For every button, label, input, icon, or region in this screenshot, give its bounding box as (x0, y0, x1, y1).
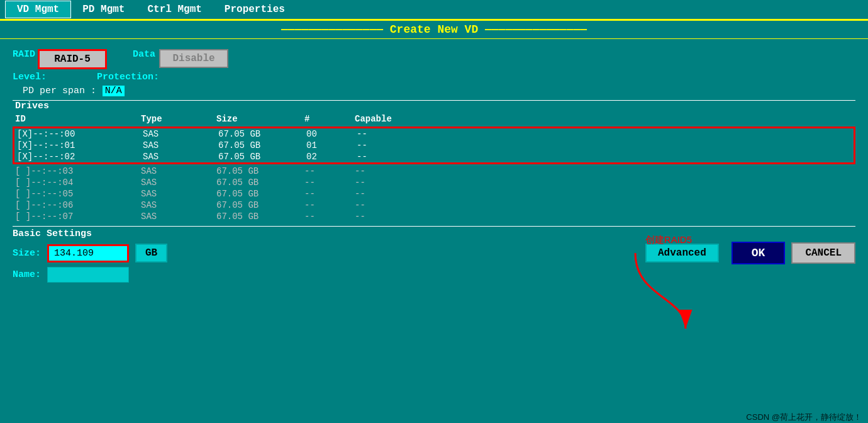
drive-size-2: 67.05 GB (218, 152, 306, 162)
menu-item-properties[interactable]: Properties (213, 1, 296, 18)
drive-size-4: 67.05 GB (216, 178, 304, 188)
drive-row-selected-2[interactable]: [X]--:--:02 SAS 67.05 GB 02 -- (14, 151, 854, 162)
size-input[interactable] (47, 244, 129, 262)
cancel-button[interactable]: CANCEL (791, 242, 855, 264)
normal-drives-list: [ ]--:--:03 SAS 67.05 GB -- -- [ ]--:--:… (13, 166, 855, 222)
drive-id-6: [ ]--:--:06 (15, 200, 141, 210)
basic-settings-section: Basic Settings Size: GB Advanced OK CANC… (13, 226, 855, 283)
dialog-title: ——————————————— Create New VD ——————————… (0, 20, 868, 39)
drive-type-0: SAS (143, 129, 218, 139)
drive-capable-4: -- (355, 178, 430, 188)
drive-capable-6: -- (355, 200, 430, 210)
protection-label: Protection: (97, 72, 159, 82)
drive-size-6: 67.05 GB (216, 200, 304, 210)
drive-type-7: SAS (141, 212, 216, 222)
size-row: Size: GB Advanced OK CANCEL (13, 242, 855, 264)
drive-num-1: 01 (306, 140, 357, 150)
drive-capable-3: -- (355, 166, 430, 176)
drive-type-6: SAS (141, 200, 216, 210)
gb-button[interactable]: GB (135, 244, 167, 262)
drive-size-7: 67.05 GB (216, 212, 304, 222)
menu-bar: VD Mgmt PD Mgmt Ctrl Mgmt Properties (0, 0, 868, 20)
menu-item-vd-mgmt[interactable]: VD Mgmt (5, 1, 71, 18)
drive-size-3: 67.05 GB (216, 166, 304, 176)
drive-type-2: SAS (143, 152, 218, 162)
drive-id-0: [X]--:--:00 (17, 129, 143, 139)
drive-num-3: -- (304, 166, 355, 176)
level-label-2: Level: (13, 72, 47, 82)
drive-id-3: [ ]--:--:03 (15, 166, 141, 176)
data-protection-button[interactable]: Disable (159, 49, 228, 68)
drive-row-selected-0[interactable]: [X]--:--:00 SAS 67.05 GB 00 -- (14, 128, 854, 140)
col-capable: Capable (355, 114, 430, 124)
drive-num-2: 02 (306, 152, 357, 162)
drive-id-1: [X]--:--:01 (17, 140, 143, 150)
raid-level-button[interactable]: RAID-5 (38, 49, 107, 69)
drives-label: Drives (13, 101, 855, 111)
drive-row-selected-1[interactable]: [X]--:--:01 SAS 67.05 GB 01 -- (14, 140, 854, 151)
drives-section: Drives ID Type Size # Capable [X]--:--:0… (13, 100, 855, 222)
drive-size-1: 67.05 GB (218, 140, 306, 150)
col-num: # (304, 114, 355, 124)
drive-capable-2: -- (357, 152, 432, 162)
col-id: ID (15, 114, 141, 124)
drive-num-4: -- (304, 178, 355, 188)
main-content: RAID RAID-5 Data Disable Level: Protecti… (0, 39, 868, 423)
pd-per-span-row: PD per span : N/A (23, 85, 855, 96)
drive-row-7[interactable]: [ ]--:--:07 SAS 67.05 GB -- -- (13, 211, 855, 222)
pd-per-span-value: N/A (103, 86, 125, 96)
drive-size-0: 67.05 GB (218, 129, 306, 139)
drive-type-1: SAS (143, 140, 218, 150)
selected-drives-list: [X]--:--:00 SAS 67.05 GB 00 -- [X]--:--:… (13, 127, 855, 164)
annotation-text: 创建RAID5 (645, 234, 692, 246)
drive-id-5: [ ]--:--:05 (15, 189, 141, 199)
drive-id-7: [ ]--:--:07 (15, 212, 141, 222)
pd-per-span-label: PD per span : (23, 86, 96, 96)
drive-type-4: SAS (141, 178, 216, 188)
menu-item-pd-mgmt[interactable]: PD Mgmt (71, 1, 136, 18)
drive-size-5: 67.05 GB (216, 189, 304, 199)
col-size: Size (216, 114, 304, 124)
size-label: Size: (13, 248, 41, 259)
drive-num-6: -- (304, 200, 355, 210)
watermark: CSDN @荷上花开，静待绽放！ (746, 412, 862, 423)
name-label: Name: (13, 269, 41, 280)
drive-num-7: -- (304, 212, 355, 222)
raid-level-row: RAID RAID-5 Data Disable (13, 49, 855, 69)
drive-row-3[interactable]: [ ]--:--:03 SAS 67.05 GB -- -- (13, 166, 855, 177)
menu-item-ctrl-mgmt[interactable]: Ctrl Mgmt (136, 1, 213, 18)
drive-row-6[interactable]: [ ]--:--:06 SAS 67.05 GB -- -- (13, 200, 855, 211)
data-label: Data (133, 49, 155, 60)
basic-settings-label: Basic Settings (13, 228, 92, 239)
drive-capable-5: -- (355, 189, 430, 199)
raid-label: RAID (13, 49, 35, 60)
drive-id-4: [ ]--:--:04 (15, 178, 141, 188)
ok-button[interactable]: OK (732, 242, 786, 264)
drive-num-0: 00 (306, 129, 357, 139)
drive-capable-0: -- (357, 129, 432, 139)
drive-row-4[interactable]: [ ]--:--:04 SAS 67.05 GB -- -- (13, 177, 855, 188)
drive-type-3: SAS (141, 166, 216, 176)
drive-id-2: [X]--:--:02 (17, 152, 143, 162)
name-row: Name: (13, 267, 855, 283)
drive-num-5: -- (304, 189, 355, 199)
drive-capable-1: -- (357, 140, 432, 150)
drive-type-5: SAS (141, 189, 216, 199)
arrow-container (629, 247, 704, 341)
drive-row-5[interactable]: [ ]--:--:05 SAS 67.05 GB -- -- (13, 188, 855, 200)
drive-capable-7: -- (355, 212, 430, 222)
col-type: Type (141, 114, 216, 124)
name-input[interactable] (47, 267, 129, 283)
level-colon (108, 49, 114, 60)
drives-header: ID Type Size # Capable (13, 113, 855, 125)
